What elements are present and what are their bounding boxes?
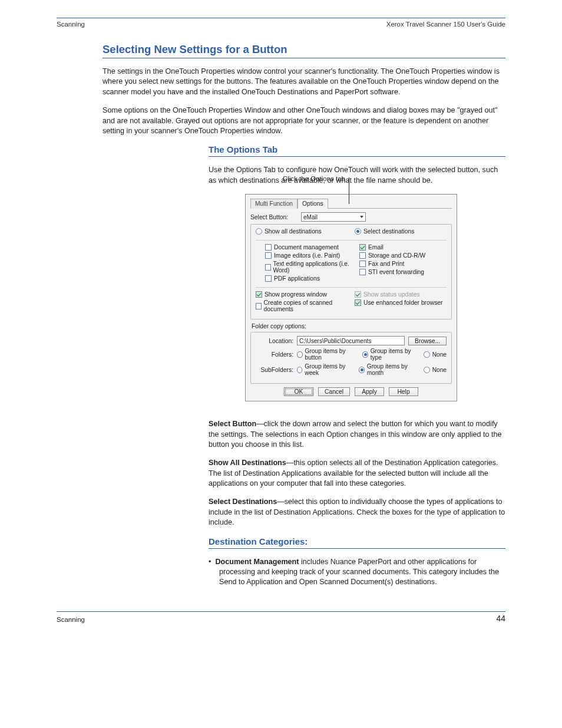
check-enhanced-browser-label: Use enhanced folder browser xyxy=(363,299,443,306)
footer-left: Scanning xyxy=(57,616,85,623)
location-input[interactable]: C:\Users\Public\Documents xyxy=(297,336,405,345)
tab-strip: Multi Function Options xyxy=(250,198,452,209)
select-dest-term: Select Destinations xyxy=(209,498,277,506)
dialog-button-row: OK Cancel Apply Help xyxy=(250,387,452,396)
tab-multifunction[interactable]: Multi Function xyxy=(250,199,297,209)
check-email[interactable] xyxy=(359,244,366,251)
bullet-doc-management: • Document Management includes Nuance Pa… xyxy=(219,557,505,588)
show-all-para: Show All Destinations—this option select… xyxy=(209,458,505,489)
select-button-dropdown[interactable]: eMail xyxy=(301,212,366,222)
subfolders-label: SubFolders: xyxy=(256,367,293,373)
check-fax-print[interactable] xyxy=(359,261,366,267)
radio-subfolders-by-week-label: Group items by week xyxy=(305,363,351,376)
header-right: Xerox Travel Scanner 150 User's Guide xyxy=(386,21,505,28)
callout-leader-line xyxy=(349,177,349,204)
check-storage[interactable] xyxy=(359,252,366,259)
radio-subfolders-by-month-label: Group items by month xyxy=(367,363,415,376)
check-fax-print-label: Fax and Print xyxy=(368,261,404,267)
location-row: Location: C:\Users\Public\Documents Brow… xyxy=(256,336,447,345)
check-image-editors[interactable] xyxy=(265,252,272,259)
check-sti-forwarding[interactable] xyxy=(359,269,366,275)
check-create-copies-label: Create copies of scanned documents xyxy=(264,299,348,312)
dialog-figure: Click the Options tab Multi Function Opt… xyxy=(245,194,505,401)
location-label: Location: xyxy=(256,338,293,344)
radio-subfolders-none-label: None xyxy=(432,367,447,373)
check-email-label: Email xyxy=(368,244,384,251)
radio-folders-none-label: None xyxy=(432,351,447,358)
page: Scanning Xerox Travel Scanner 150 User's… xyxy=(0,0,562,653)
select-button-term: Select Button xyxy=(209,420,256,428)
select-button-row: Select Button: eMail xyxy=(250,212,452,222)
help-button[interactable]: Help xyxy=(389,387,418,396)
destinations-group: Show all destinations Select destination… xyxy=(250,224,452,319)
show-all-term: Show All Destinations xyxy=(209,459,286,467)
bullet-doc-management-term: Document Management xyxy=(215,558,299,566)
check-enhanced-browser[interactable] xyxy=(355,299,361,306)
check-doc-management[interactable] xyxy=(265,244,272,251)
select-button-label: Select Button: xyxy=(250,214,297,220)
radio-subfolders-by-month[interactable] xyxy=(359,367,364,373)
select-button-para: Select Button—click the down arrow and s… xyxy=(209,419,505,450)
footer-page-number: 44 xyxy=(496,614,505,623)
intro-paragraph-2: Some options on the OneTouch Properties … xyxy=(103,106,505,136)
radio-show-all[interactable] xyxy=(256,228,262,235)
chevron-down-icon xyxy=(360,216,363,218)
folder-copy-title: Folder copy options: xyxy=(252,323,452,330)
heading-2-categories: Destination Categories: xyxy=(209,536,505,546)
radio-select-dest-label: Select destinations xyxy=(363,228,414,235)
options-dialog: Multi Function Options Select Button: eM… xyxy=(245,194,457,401)
check-show-progress-label: Show progress window xyxy=(265,291,327,298)
radio-folders-by-button-label: Group items by button xyxy=(305,348,355,361)
heading-1: Selecting New Settings for a Button xyxy=(103,43,505,56)
check-text-editing[interactable] xyxy=(265,264,271,271)
check-storage-label: Storage and CD-R/W xyxy=(368,252,425,259)
radio-folders-by-type-label: Group items by type xyxy=(371,348,415,361)
running-header: Scanning Xerox Travel Scanner 150 User's… xyxy=(57,21,505,28)
category-columns: Document management Image editors (i.e. … xyxy=(256,244,447,284)
radio-folders-none[interactable] xyxy=(424,351,430,358)
check-show-status-label: Show status updates xyxy=(363,291,420,298)
group-separator xyxy=(256,240,447,241)
heading-1-rule xyxy=(103,58,505,58)
location-value: C:\Users\Public\Documents xyxy=(299,338,371,344)
folders-label: Folders: xyxy=(256,351,293,358)
check-sti-forwarding-label: STI event forwarding xyxy=(368,269,424,275)
folder-copy-group: Location: C:\Users\Public\Documents Brow… xyxy=(250,332,452,384)
heading-2-categories-rule xyxy=(209,548,505,549)
check-pdf-apps-label: PDF applications xyxy=(274,275,320,282)
folders-row: Folders: Group items by button Group ite… xyxy=(256,348,447,361)
select-button-value: eMail xyxy=(303,214,318,220)
callout-label: Click the Options tab xyxy=(163,175,345,182)
radio-select-dest[interactable] xyxy=(355,228,361,235)
cancel-button[interactable]: Cancel xyxy=(318,387,350,396)
check-show-status xyxy=(355,291,361,298)
misc-options-row: Show progress window Create copies of sc… xyxy=(256,291,447,314)
tab-options[interactable]: Options xyxy=(297,199,328,209)
check-create-copies[interactable] xyxy=(256,303,262,309)
radio-folders-by-type[interactable] xyxy=(362,351,368,358)
group-separator-2 xyxy=(256,287,447,288)
heading-2-options: The Options Tab xyxy=(209,144,505,154)
radio-subfolders-none[interactable] xyxy=(424,367,430,373)
top-rule xyxy=(57,18,505,18)
header-left: Scanning xyxy=(57,21,85,28)
ok-button[interactable]: OK xyxy=(284,387,313,396)
apply-button[interactable]: Apply xyxy=(355,387,384,396)
check-pdf-apps[interactable] xyxy=(265,275,272,282)
subfolders-row: SubFolders: Group items by week Group it… xyxy=(256,363,447,376)
check-show-progress[interactable] xyxy=(256,291,262,298)
radio-subfolders-by-week[interactable] xyxy=(297,367,302,373)
check-text-editing-label: Text editing applications (i.e. Word) xyxy=(273,261,352,274)
check-doc-management-label: Document management xyxy=(274,244,339,251)
browse-button[interactable]: Browse... xyxy=(408,337,447,345)
page-footer: Scanning 44 xyxy=(57,611,505,623)
radio-show-all-label: Show all destinations xyxy=(265,228,322,235)
heading-2-rule xyxy=(209,156,505,157)
destinations-radio-row: Show all destinations Select destination… xyxy=(256,228,447,236)
intro-paragraph-1: The settings in the OneTouch Properties … xyxy=(103,67,505,97)
radio-folders-by-button[interactable] xyxy=(297,351,303,358)
select-dest-para: Select Destinations—select this option t… xyxy=(209,497,505,528)
check-image-editors-label: Image editors (i.e. Paint) xyxy=(274,252,340,259)
